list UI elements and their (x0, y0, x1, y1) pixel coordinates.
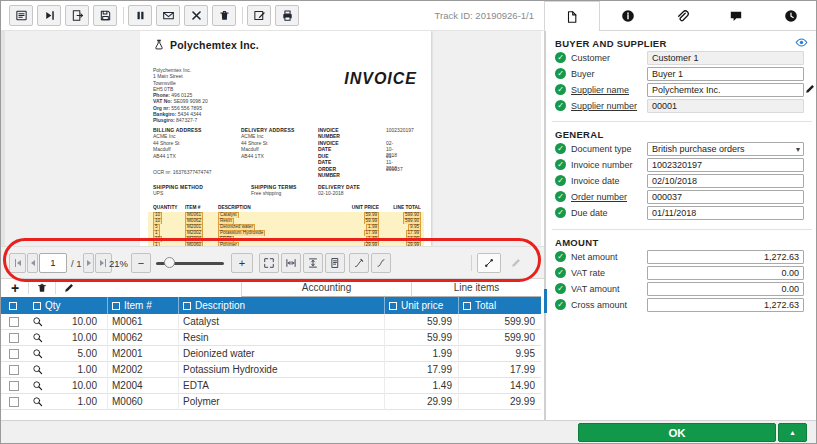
erase-all-button[interactable] (371, 253, 391, 273)
cross-amount-field[interactable]: 1,272.63 (647, 298, 804, 312)
tab-attachments[interactable] (655, 1, 709, 30)
table-row[interactable]: 5.00 M2001 Deionized water 1.99 9.95 (1, 346, 541, 362)
invoice-date-field[interactable]: 02/10/2018 (647, 174, 804, 188)
header-total[interactable]: Total (458, 297, 541, 314)
cell-total: 17.99 (458, 362, 541, 378)
table-row[interactable]: 1.00 M2002 Potassium Hydroxide 17.99 17.… (1, 362, 541, 378)
magnifier-icon[interactable] (32, 316, 43, 327)
column-checkbox[interactable] (112, 302, 120, 310)
header-description[interactable]: Description (178, 297, 384, 314)
prev-page-button[interactable] (27, 253, 38, 273)
table-row[interactable]: 1.00 M0060 Polymer 29.99 29.99 (1, 394, 541, 410)
tab-line-items[interactable]: Line items (411, 279, 541, 297)
comment-icon (729, 9, 743, 23)
send-button[interactable] (156, 5, 180, 26)
row-checkbox[interactable] (9, 365, 19, 375)
section-title: GENERAL (555, 129, 604, 140)
fit-width-button[interactable] (281, 253, 301, 273)
delete-row-button[interactable] (32, 280, 52, 296)
select-all-checkbox[interactable] (9, 302, 17, 310)
column-checkbox[interactable] (183, 302, 191, 310)
next-page-button[interactable] (83, 253, 94, 273)
bar-icon (15, 259, 17, 267)
tab-document[interactable] (544, 1, 600, 31)
magnifier-icon[interactable] (32, 332, 43, 343)
row-checkbox[interactable] (9, 349, 19, 359)
cell-qty: 1.00 (51, 394, 103, 410)
add-row-button[interactable] (5, 280, 25, 296)
fit-page-button[interactable] (259, 253, 279, 273)
order-number-field[interactable]: 000037 (647, 190, 804, 204)
invoice-number-field[interactable]: 1002320197 (647, 158, 804, 172)
magnifier-icon[interactable] (32, 380, 43, 391)
zoom-out-button[interactable] (131, 253, 151, 273)
row-checkbox[interactable] (9, 397, 19, 407)
postpone-button[interactable] (128, 5, 152, 26)
page-number-input[interactable]: 1 (39, 253, 67, 273)
erase-highlight-button[interactable] (349, 253, 369, 273)
order-number-link[interactable]: Order number (571, 192, 627, 202)
ok-button[interactable]: OK (578, 423, 776, 442)
row-checkbox[interactable] (9, 333, 19, 343)
save-button[interactable] (93, 5, 117, 26)
invoice-line-highlight: 1M2002Potassium Hydroxide17.9917.99 (148, 230, 424, 236)
viewer-scrollbar[interactable] (1, 31, 5, 246)
vat-rate-field[interactable]: 0.00 (647, 266, 804, 280)
column-checkbox[interactable] (33, 302, 41, 310)
measure-line-button[interactable] (477, 253, 501, 273)
due-date-field[interactable]: 01/11/2018 (647, 206, 804, 220)
next-task-button[interactable] (37, 5, 61, 26)
export-button[interactable] (65, 5, 89, 26)
column-checkbox[interactable] (389, 302, 397, 310)
tab-accounting[interactable]: Accounting (241, 279, 411, 297)
header-item[interactable]: Item # (107, 297, 178, 314)
fit-height-button[interactable] (303, 253, 323, 273)
ok-menu-button[interactable] (778, 423, 807, 442)
magnifier-icon[interactable] (32, 364, 43, 375)
cell-qty: 10.00 (51, 378, 103, 394)
column-checkbox[interactable] (463, 302, 471, 310)
vat-amount-field[interactable]: 0.00 (647, 282, 804, 296)
edit-row-button[interactable] (59, 280, 79, 296)
tab-info[interactable] (600, 1, 654, 30)
header-unit-price[interactable]: Unit price (384, 297, 458, 314)
customer-field[interactable]: Customer 1 (647, 51, 804, 65)
magnifier-icon[interactable] (32, 396, 43, 407)
erase-highlight-icon (353, 257, 365, 269)
tab-history[interactable] (764, 1, 817, 30)
panel-scrollbar-thumb[interactable] (544, 289, 547, 313)
eye-icon[interactable] (795, 36, 808, 49)
supplier-name-field[interactable]: Polychemtex Inc. (647, 83, 804, 97)
buyer-field[interactable]: Buyer 1 (647, 67, 804, 81)
supplier-number-field[interactable]: 00001 (647, 99, 804, 113)
tab-comments[interactable] (709, 1, 763, 30)
row-checkbox[interactable] (9, 317, 19, 327)
supplier-name-link[interactable]: Supplier name (571, 85, 629, 95)
reject-button[interactable] (184, 5, 208, 26)
field-row-invoice-date: Invoice date 02/10/2018 (555, 174, 810, 189)
table-row[interactable]: 10.00 M2004 EDTA 1.49 14.90 (1, 378, 541, 394)
table-row[interactable]: 10.00 M0061 Catalyst 59.99 599.90 (1, 314, 541, 330)
delete-button[interactable] (212, 5, 236, 26)
magnifier-icon[interactable] (32, 348, 43, 359)
document-type-select[interactable]: British purchase orders (647, 142, 804, 156)
check-icon (555, 283, 566, 294)
table-row[interactable]: 10.00 M0062 Resin 59.99 599.90 (1, 330, 541, 346)
net-amount-field[interactable]: 1,272.63 (647, 250, 804, 264)
row-checkbox[interactable] (9, 381, 19, 391)
first-page-button[interactable] (9, 253, 26, 273)
header-qty[interactable]: Qty (29, 297, 107, 314)
annotate-pencil-button[interactable] (504, 253, 528, 273)
print-button[interactable] (275, 5, 299, 26)
billing-address-block: BILLING ADDRESS ACME Inc 44 Shore St Mac… (153, 127, 202, 159)
check-icon (555, 143, 566, 154)
toolbar-separator (55, 282, 56, 294)
supplier-number-link[interactable]: Supplier number (571, 101, 637, 111)
zoom-slider-thumb[interactable] (164, 257, 175, 268)
field-row-cross-amount: Cross amount 1,272.63 (555, 298, 810, 313)
edit-supplier-icon[interactable] (804, 83, 816, 95)
task-form-button[interactable] (9, 5, 33, 26)
page-view-button[interactable] (325, 253, 345, 273)
edit-document-button[interactable] (247, 5, 271, 26)
zoom-in-button[interactable] (231, 253, 253, 273)
